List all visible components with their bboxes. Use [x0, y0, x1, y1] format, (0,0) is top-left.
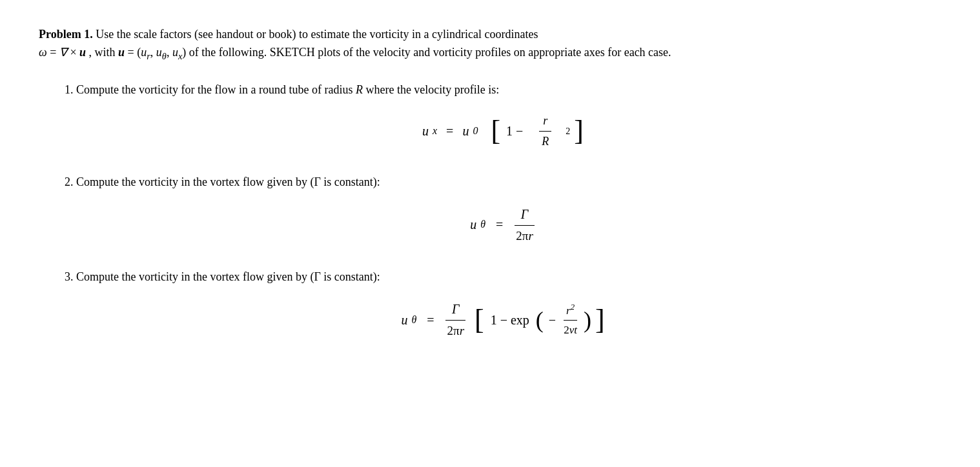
item1-description: Compute the vorticity for the flow in a … [76, 83, 499, 96]
formula1-fraction: r R [538, 112, 553, 150]
formula-1-row: ux = u0 [ 1 − r R 2 [65, 112, 941, 150]
omega-symbol: ω [39, 46, 47, 59]
formula3-neg: − [549, 310, 556, 330]
formula1-right-bracket: ] [574, 117, 584, 145]
problem-items-list: 1. Compute the vorticity for the flow in… [65, 81, 941, 341]
formula3-left-paren: ( [536, 308, 544, 332]
problem-title-line2: ω = ∇ × u , with u = (ur, uθ, ux) of the… [39, 44, 941, 63]
formula3-utheta: u [401, 310, 407, 330]
item3-number: 3. [65, 270, 76, 283]
formula3-equals: = [427, 310, 434, 330]
formula-3: uθ = Γ 2πr [ 1 − exp ( − r2 2νt ) ] [65, 299, 941, 341]
formula-2: uθ = Γ 2πr [65, 204, 941, 246]
formula3-one: 1 − exp [491, 310, 529, 330]
problem-label: Problem 1. [39, 28, 93, 41]
close-paren: ) of the following. SKETCH plots of the … [182, 46, 671, 59]
u-bold-2: u [118, 46, 125, 59]
with-text: , with [89, 46, 119, 59]
formula2-fraction: Γ 2πr [513, 204, 536, 246]
formula1-u0: u [462, 121, 469, 141]
formula2-utheta: u [470, 215, 476, 234]
problem-item-1: 1. Compute the vorticity for the flow in… [65, 81, 941, 150]
u-theta-sub: θ [162, 50, 167, 61]
formula3-right-paren: ) [584, 308, 591, 332]
formula1-0-sub: 0 [473, 123, 478, 139]
nabla-symbol: ∇ [59, 46, 67, 59]
item3-description: Compute the vorticity in the vortex flow… [76, 270, 380, 283]
formula1-numer: r [539, 112, 551, 132]
formula1-exp2: 2 [566, 124, 570, 138]
equals-2: = ( [128, 46, 141, 59]
problem-item-2: 2. Compute the vorticity in the vortex f… [65, 174, 941, 245]
page-content: Problem 1. Use the scale factors (see ha… [39, 26, 941, 340]
formula3-inner-fraction: r2 2νt [561, 301, 580, 339]
problem-intro-text: Use the scale factors (see handout or bo… [96, 28, 538, 41]
equals-nabla: = [50, 46, 59, 59]
formula2-numer: Γ [515, 204, 535, 226]
comma2: , [167, 46, 172, 59]
formula2-theta-sub: θ [480, 217, 485, 232]
item2-description: Compute the vorticity in the vortex flow… [76, 175, 380, 188]
formula3-inner-denom: 2νt [561, 321, 580, 339]
u-bold: u [79, 46, 86, 59]
cross-symbol: × [70, 46, 79, 59]
formula3-right-bracket: ] [595, 306, 605, 334]
formula1-denom: R [538, 132, 553, 150]
problem-title-line1: Problem 1. Use the scale factors (see ha… [39, 26, 941, 44]
formula-2-row: uθ = Γ 2πr [65, 204, 941, 246]
item2-text: 2. Compute the vorticity in the vortex f… [65, 174, 941, 192]
formula3-denom: 2πr [445, 321, 467, 341]
item1-number: 1. [65, 83, 76, 96]
formula1-left-bracket: [ [491, 117, 500, 145]
formula3-theta-sub: θ [411, 312, 416, 328]
formula1-equals: = [446, 121, 453, 141]
formula1-ux: u [422, 121, 429, 141]
formula3-numer: Γ [445, 299, 465, 321]
formula2-denom: 2πr [513, 226, 536, 246]
formula3-left-bracket: [ [475, 306, 484, 334]
formula3-inner-numer: r2 [564, 301, 577, 321]
formula-3-row: uθ = Γ 2πr [ 1 − exp ( − r2 2νt ) ] [65, 299, 941, 341]
item3-text: 3. Compute the vorticity in the vortex f… [65, 268, 941, 286]
u-theta-sym: u [156, 46, 162, 59]
item1-text: 1. Compute the vorticity for the flow in… [65, 81, 941, 99]
formula1-one: 1 − [506, 121, 523, 141]
problem-item-3: 3. Compute the vorticity in the vortex f… [65, 268, 941, 340]
problem-header: Problem 1. Use the scale factors (see ha… [39, 26, 941, 63]
formula-1: ux = u0 [ 1 − r R 2 [65, 112, 941, 150]
formula1-x-sub: x [433, 123, 437, 139]
formula2-equals: = [496, 215, 503, 234]
item2-number: 2. [65, 175, 76, 188]
formula3-fraction: Γ 2πr [445, 299, 467, 341]
comma1: , [150, 46, 156, 59]
u-x-sym: u [172, 46, 178, 59]
u-r: u [141, 46, 147, 59]
